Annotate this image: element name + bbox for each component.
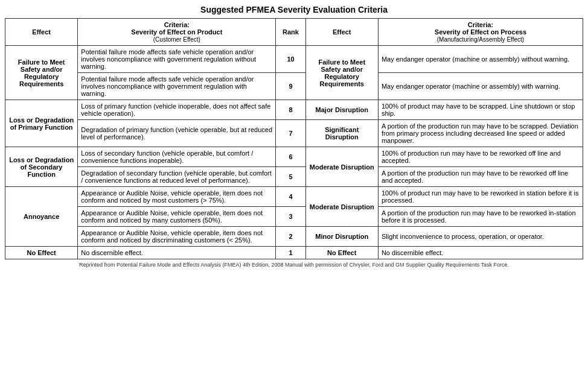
cell-rank: 1 (276, 247, 305, 259)
cell-criteria-process: 100% of product may have to be scrapped.… (378, 100, 583, 120)
cell-effect-process: Moderate Disruption (305, 187, 378, 227)
cell-effect-process: Minor Disruption (305, 227, 378, 247)
cell-effect-process: Failure to Meet Safety and/or Regulatory… (305, 46, 378, 100)
cell-effect-process: Moderate Disruption (305, 147, 378, 187)
cell-criteria-process: No discernible effect. (378, 247, 583, 259)
cell-criteria-product: Loss of primary function (vehicle inoper… (78, 100, 276, 120)
cell-rank: 6 (276, 147, 305, 167)
cell-rank: 10 (276, 46, 305, 73)
cell-effect: No Effect (5, 247, 78, 259)
header-effect: Effect (5, 19, 78, 46)
header-criteria-process: Criteria: Severity of Effect on Process … (378, 19, 583, 46)
cell-rank: 2 (276, 227, 305, 247)
cell-criteria-process: May endanger operator (machine or assemb… (378, 46, 583, 73)
cell-effect-process: Significant Disruption (305, 120, 378, 147)
cell-criteria-product: Appearance or Audible Noise, vehicle ope… (78, 187, 276, 207)
cell-criteria-process: A portion of the production run may have… (378, 120, 583, 147)
cell-effect: Loss or Degradation of Secondary Functio… (5, 147, 78, 187)
cell-criteria-process: A portion of the production run may have… (378, 167, 583, 187)
cell-rank: 7 (276, 120, 305, 147)
cell-criteria-product: Appearance or Audible Noise, vehicle ope… (78, 207, 276, 227)
cell-rank: 9 (276, 73, 305, 100)
cell-criteria-process: A portion of the production run may have… (378, 207, 583, 227)
cell-effect: Annoyance (5, 187, 78, 247)
header-rank: Rank (276, 19, 305, 46)
header-criteria-product: Criteria: Severity of Effect on Product … (78, 19, 276, 46)
cell-criteria-product: Appearance or Audible Noise, vehicle ope… (78, 227, 276, 247)
cell-criteria-product: Degradation of primary function (vehicle… (78, 120, 276, 147)
cell-effect: Failure to Meet Safety and/or Regulatory… (5, 46, 78, 100)
cell-effect: Loss or Degradation of Primary Function (5, 100, 78, 147)
cell-rank: 3 (276, 207, 305, 227)
page-title: Suggested PFMEA Severity Evaluation Crit… (5, 5, 583, 14)
cell-criteria-process: Slight inconvenience to process, operati… (378, 227, 583, 247)
cell-rank: 5 (276, 167, 305, 187)
cell-criteria-product: Potential failure mode affects safe vehi… (78, 73, 276, 100)
header-effect-process: Effect (305, 19, 378, 46)
cell-criteria-process: 100% of product run may have to be rewor… (378, 187, 583, 207)
cell-criteria-product: Degradation of secondary function (vehic… (78, 167, 276, 187)
cell-criteria-product: Loss of secondary function (vehicle oper… (78, 147, 276, 167)
cell-criteria-product: No discernible effect. (78, 247, 276, 259)
cell-criteria-process: May endanger operator (machine or assemb… (378, 73, 583, 100)
cell-effect-process: No Effect (305, 247, 378, 259)
cell-rank: 8 (276, 100, 305, 120)
cell-effect-process: Major Disruption (305, 100, 378, 120)
cell-rank: 4 (276, 187, 305, 207)
footer: Reprinted from Potential Failure Mode an… (5, 262, 583, 268)
cell-criteria-process: 100% of production run may have to be re… (378, 147, 583, 167)
pfmea-table: Effect Criteria: Severity of Effect on P… (5, 18, 583, 259)
cell-criteria-product: Potential failure mode affects safe vehi… (78, 46, 276, 73)
